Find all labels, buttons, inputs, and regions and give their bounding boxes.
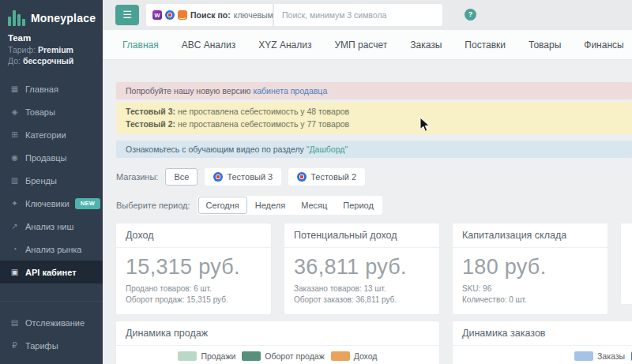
legend-label: Продажи [201, 351, 235, 361]
sidebar-item-label: Анализ ниш [25, 222, 73, 231]
sidebar-item-label: Товары [25, 107, 55, 117]
legend-item: Оборот продаж [242, 351, 324, 361]
ruble-icon: ₽ [9, 341, 20, 350]
warning-shop-name: Тестовый 3: [126, 107, 175, 116]
legend-item: Продажи [178, 351, 235, 361]
cart-icon: ▣ [9, 268, 20, 276]
card-line: Количество: 0 шт. [462, 295, 598, 306]
period-custom[interactable]: Период [335, 197, 382, 214]
chart-title: Динамика продаж [116, 321, 439, 346]
grid-icon: ▦ [9, 84, 20, 93]
tab-xyz-analiz[interactable]: XYZ Анализ [258, 30, 311, 60]
tab-postavki[interactable]: Поставки [465, 30, 506, 60]
legend-swatch [178, 351, 197, 361]
shops-filter-row: Магазины: Все Тестовый 3 Тестовый 2 [116, 167, 632, 186]
sidebar-item-otslezhivanie[interactable]: ▤Отслеживание [0, 311, 103, 334]
sidebar-item-label: Продавцы [25, 153, 67, 163]
warning-text: не проставлена себестоимость у 48 товаро… [175, 107, 349, 116]
card-line: Оборот продаж: 15,315 руб. [126, 295, 261, 306]
period-label: Выберите период: [116, 201, 190, 210]
period-week[interactable]: Неделя [247, 197, 293, 214]
promo-link[interactable]: кабинета продавца [253, 86, 327, 96]
card-value: 36,811 руб. [294, 255, 430, 280]
marketplace-icon [213, 172, 223, 182]
card-value: 15,315 руб. [126, 255, 261, 280]
stat-card-potential-income: Потенциальный доход 36,811 руб. Заказано… [284, 223, 439, 314]
warning-text: не проставлена себестоимость у 77 товаро… [175, 119, 349, 129]
users-icon: ◉ [9, 153, 20, 162]
menu-toggle-button[interactable]: ☰ [115, 5, 139, 25]
shop-filter-testoviy-3[interactable]: Тестовый 3 [205, 168, 281, 186]
shop-filter-testoviy-2[interactable]: Тестовый 2 [288, 168, 365, 186]
aliexpress-icon: ‿ [178, 10, 187, 20]
period-today[interactable]: Сегодня [198, 197, 247, 214]
period-filter-row: Выберите период: Сегодня Неделя Месяц Пе… [116, 195, 632, 215]
legend-item: Заказы [574, 351, 625, 361]
sidebar-item-brendy[interactable]: ▥Бренды [0, 169, 103, 192]
card-body: 180 руб. SKU: 96 Количество: 0 шт. [453, 248, 608, 314]
charts-row: Динамика продаж Продажи Оборот продаж До… [116, 321, 632, 364]
sidebar-divider [0, 301, 103, 302]
orders-dynamics-chart: Динамика заказов Заказы 110,000 [453, 321, 632, 364]
tab-ump-raschet[interactable]: УМП расчет [334, 30, 387, 60]
stat-card-capitalization: Капитализация склада 180 руб. SKU: 96 Ко… [453, 223, 608, 314]
marketplace-icon [297, 172, 307, 182]
trend-icon: ↗ [9, 222, 20, 231]
card-title: Потенциальный доход [284, 223, 439, 248]
moneyplace-logo-icon [8, 10, 25, 26]
until-value: бессрочный [23, 56, 73, 66]
chart-legend: Заказы [462, 351, 632, 361]
shops-label: Магазины: [116, 172, 158, 182]
sidebar-item-kategorii[interactable]: ⊞Категории [0, 123, 103, 146]
sidebar-item-api-kabinet[interactable]: ▣API кабинет [0, 261, 103, 283]
sidebar-item-tarify[interactable]: ₽Тарифы [0, 334, 103, 357]
tariff-label: Тариф: [8, 45, 36, 54]
search-scope-dropdown[interactable]: W ‿ Поиск по: ключевым словам ▾ [146, 4, 273, 26]
question-icon: ? [468, 10, 473, 18]
sales-dynamics-chart: Динамика продаж Продажи Оборот продаж До… [116, 321, 439, 364]
card-body: 36,811 руб. Заказано товаров: 13 шт. Обо… [284, 248, 439, 314]
promo-text: Попробуйте нашу новую версию [126, 86, 253, 96]
sidebar-item-label: Анализ рынка [25, 245, 81, 254]
warning-banner: Тестовый 3: не проставлена себестоимость… [116, 102, 632, 134]
content: Попробуйте нашу новую версию кабинета пр… [103, 60, 632, 364]
wildberries-icon: W [152, 10, 162, 20]
tab-abc-analiz[interactable]: ABC Анализ [182, 30, 236, 60]
promo-banner: Попробуйте нашу новую версию кабинета пр… [116, 82, 632, 99]
sitemap-icon: ⊞ [9, 130, 20, 139]
sidebar-item-prodavtsy[interactable]: ◉Продавцы [0, 146, 103, 169]
pie-chart-icon: ◔ [9, 245, 20, 253]
sidebar-item-label: Главная [25, 84, 58, 94]
card-body: 15,315 руб. Продано товаров: 6 шт. Оборо… [116, 248, 271, 314]
legend-label: Доход [354, 351, 378, 361]
legend-item: Доход [331, 351, 378, 361]
account-info: Team Тариф: Premium До: бессрочный [0, 31, 103, 66]
sidebar-item-klyucheviki[interactable]: ✦КлючевикиNEW [0, 192, 103, 215]
info-text: Ознакомьтесь с обучающим видео по раздел… [126, 144, 307, 154]
tab-zakazy[interactable]: Заказы [410, 30, 442, 60]
help-button[interactable]: ? [465, 9, 476, 21]
chip-label: Все [174, 172, 189, 182]
search-input[interactable] [274, 4, 442, 26]
info-link[interactable]: "Дашборд" [307, 144, 348, 154]
legend-label: Заказы [597, 351, 625, 361]
chip-label: Тестовый 3 [227, 172, 273, 182]
table-icon: ▤ [9, 318, 20, 327]
card-value: 180 руб. [462, 255, 598, 280]
tab-finansy[interactable]: Финансы [584, 30, 623, 60]
sidebar-item-analiz-nish[interactable]: ↗Анализ ниш [0, 215, 103, 238]
tab-glavnaya[interactable]: Главная [122, 30, 159, 60]
sidebar-item-glavnaya[interactable]: ▦Главная [0, 77, 103, 100]
sidebar-nav: ▦Главная ◈Товары ⊞Категории ◉Продавцы ▥Б… [0, 77, 103, 357]
sidebar-item-tovary[interactable]: ◈Товары [0, 100, 103, 123]
sidebar-item-label: Бренды [25, 176, 57, 186]
period-month[interactable]: Месяц [293, 197, 335, 214]
sidebar-item-analiz-rynka[interactable]: ◔Анализ рынка [0, 238, 103, 261]
tariff-value: Premium [38, 45, 73, 54]
tab-tovary[interactable]: Товары [529, 30, 561, 60]
until-label: До: [8, 56, 21, 66]
card-line: SKU: 96 [462, 283, 598, 295]
shop-filter-all[interactable]: Все [165, 168, 198, 186]
chip-label: Тестовый 2 [310, 172, 356, 182]
stat-card-income: Доход 15,315 руб. Продано товаров: 6 шт.… [116, 223, 271, 314]
